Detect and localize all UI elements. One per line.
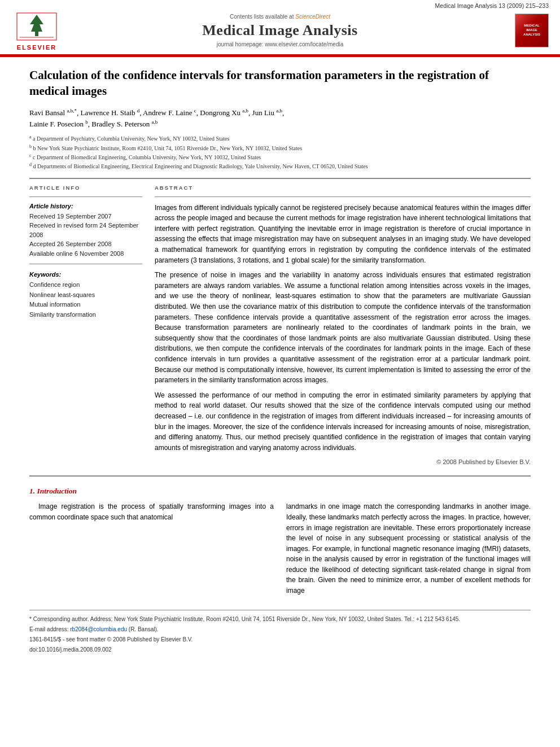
abstract-separator <box>155 196 531 197</box>
body-right-col: landmarks in one image match the corresp… <box>286 501 531 600</box>
affiliation-a: a a Department of Psychiatry, Columbia U… <box>29 134 531 143</box>
journal-icon: MEDICALIMAGEANALYSIS <box>515 14 549 47</box>
main-content: Calculation of the confidence intervals … <box>0 57 560 666</box>
keywords-label: Keywords: <box>29 271 142 278</box>
footnotes-section: * Corresponding author. Address; New Yor… <box>29 610 531 654</box>
elsevier-logo: ELSEVIER <box>11 10 62 51</box>
sciencedirect-line: Contents lists available at ScienceDirec… <box>11 14 549 20</box>
keyword-2: Nonlinear least-squares <box>29 290 142 300</box>
journal-meta-text: Medical Image Analysis 13 (2009) 215–233 <box>435 2 549 9</box>
section1-heading: 1. Introduction <box>29 487 531 496</box>
keywords-separator <box>29 264 142 264</box>
article-info-label: ARTICLE INFO <box>29 185 142 191</box>
journal-icon-text: MEDICALIMAGEANALYSIS <box>523 24 540 37</box>
elsevier-logo-svg <box>14 10 59 43</box>
affiliation-b: b b New York State Psychiatric Institute… <box>29 143 531 152</box>
journal-banner: ELSEVIER Contents lists available at Sci… <box>0 10 560 51</box>
elsevier-brand-text: ELSEVIER <box>17 44 56 51</box>
history-label: Article history: <box>29 203 142 209</box>
svg-rect-3 <box>35 32 38 36</box>
footnote-2: E-mail address: rb2084@columbia.edu (R. … <box>29 625 531 634</box>
footnote-3: 1361-8415/$ - see front matter © 2008 Pu… <box>29 635 531 644</box>
authors-line: Ravi Bansal a,b,*, Lawrence H. Staib d, … <box>29 107 531 130</box>
page: Medical Image Analysis 13 (2009) 215–233 <box>0 0 560 747</box>
article-info-column: ARTICLE INFO Article history: Received 1… <box>29 185 142 466</box>
contents-label: Contents lists available at <box>230 14 294 20</box>
journal-homepage: journal homepage: www.elsevier.com/locat… <box>11 41 549 47</box>
section-separator <box>29 475 531 477</box>
article-columns: ARTICLE INFO Article history: Received 1… <box>29 185 531 466</box>
sciencedirect-link[interactable]: ScienceDirect <box>295 14 330 20</box>
thick-separator <box>29 178 531 179</box>
abstract-para-3: We assessed the performance of our metho… <box>155 390 531 453</box>
article-title: Calculation of the confidence intervals … <box>29 67 531 99</box>
accepted-date: Accepted 26 September 2008 <box>29 239 142 249</box>
abstract-para-2: The presence of noise in images and the … <box>155 270 531 386</box>
footnote-1: * Corresponding author. Address; New Yor… <box>29 615 531 623</box>
journal-name: Medical Image Analysis <box>11 22 549 39</box>
info-separator <box>29 196 142 197</box>
keyword-4: Similarity transformation <box>29 310 142 320</box>
body-columns: Image registration is the process of spa… <box>29 501 531 600</box>
revised-date: Received in revised form 24 September 20… <box>29 221 142 239</box>
journal-header: Medical Image Analysis 13 (2009) 215–233 <box>0 0 560 55</box>
body-left-para-1: Image registration is the process of spa… <box>29 501 274 522</box>
copyright-line: © 2008 Published by Elsevier B.V. <box>155 458 531 465</box>
abstract-label: ABSTRACT <box>155 185 531 191</box>
keyword-3: Mutual information <box>29 300 142 310</box>
affiliation-c: c c Department of Biomedical Engineering… <box>29 152 531 161</box>
abstract-para-1: Images from different individuals typica… <box>155 203 531 266</box>
abstract-column: ABSTRACT Images from different individua… <box>155 185 531 466</box>
journal-meta-line: Medical Image Analysis 13 (2009) 215–233 <box>0 0 560 10</box>
footnote-4: doi:10.1016/j.media.2008.09.002 <box>29 645 531 654</box>
received-date: Received 19 September 2007 <box>29 212 142 221</box>
keyword-1: Confidence region <box>29 280 142 290</box>
email-link[interactable]: rb2084@columbia.edu <box>70 626 127 632</box>
abstract-text: Images from different individuals typica… <box>155 203 531 453</box>
journal-title-center: Contents lists available at ScienceDirec… <box>11 14 549 47</box>
body-left-col: Image registration is the process of spa… <box>29 501 274 600</box>
available-date: Available online 6 November 2008 <box>29 249 142 259</box>
affiliation-d: d d Departments of Biomedical Engineerin… <box>29 161 531 171</box>
affiliations: a a Department of Psychiatry, Columbia U… <box>29 134 531 171</box>
body-right-para-1: landmarks in one image match the corresp… <box>286 501 531 596</box>
